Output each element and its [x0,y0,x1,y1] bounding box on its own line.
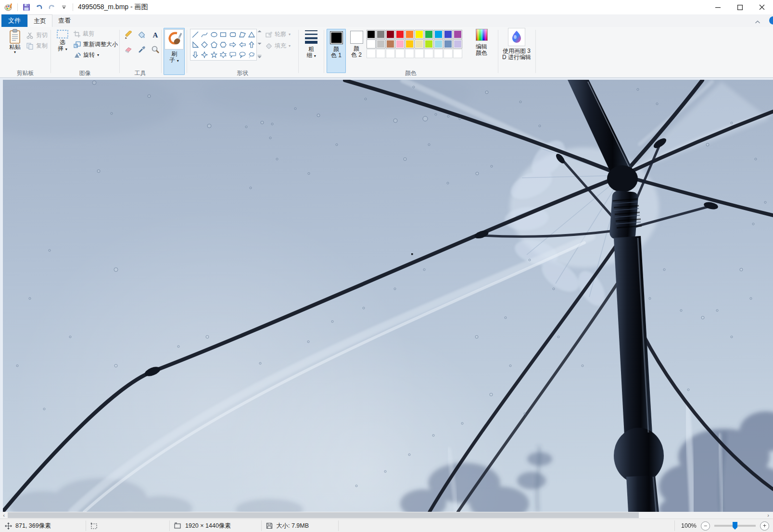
fill-icon[interactable] [138,31,146,39]
palette-swatch[interactable] [453,30,462,39]
scroll-right-icon[interactable]: › [764,512,772,519]
palette-swatch[interactable] [395,39,405,49]
rotate-button[interactable]: 旋转 ▾ [74,51,99,59]
brush-icon [165,29,184,49]
qat-dropdown-icon[interactable] [59,2,69,12]
shape-up-arrow-icon[interactable] [247,40,256,49]
pencil-icon[interactable] [124,31,133,39]
shapes-scroll-down-icon[interactable] [257,42,262,45]
shape-down-arrow-icon[interactable] [191,50,200,59]
zoom-level-value: 100% [681,522,697,529]
shape-six-point-star-icon[interactable] [219,50,228,59]
scroll-left-icon[interactable]: ‹ [0,512,8,519]
palette-swatch[interactable] [415,30,424,39]
palette-swatch-empty[interactable] [367,49,376,58]
save-icon[interactable] [22,2,31,12]
zoom-slider-thumb[interactable] [733,522,737,530]
paste-button[interactable]: 粘贴 ▾ [5,29,25,54]
shape-right-arrow-icon[interactable] [228,40,237,49]
palette-swatch-empty[interactable] [434,49,443,58]
resize-button[interactable]: 重新调整大小 [74,40,118,49]
canvas-image-umbrella-photo[interactable] [3,80,773,512]
palette-swatch[interactable] [434,39,443,49]
eyedropper-icon[interactable] [138,45,146,54]
shape-rounded-callout-icon[interactable] [228,50,237,59]
shape-line-icon[interactable] [191,30,200,39]
paint3d-button[interactable]: 使用画图 3 D 进行编辑 [500,28,533,61]
palette-swatch[interactable] [405,39,414,49]
palette-swatch[interactable] [395,30,405,39]
status-bar: 871, 369像素 1920 × 1440像素 大小: 7.9MB 100% … [0,519,773,532]
shape-curve-icon[interactable] [200,30,209,39]
palette-swatch[interactable] [367,39,376,49]
tab-file[interactable]: 文件 [1,14,27,27]
palette-swatch-empty[interactable] [386,49,395,58]
shape-right-triangle-icon[interactable] [191,40,200,49]
palette-swatch[interactable] [405,30,414,39]
palette-swatch[interactable] [367,30,376,39]
cut-button[interactable]: 剪切 [26,31,48,39]
horizontal-scrollbar-thumb[interactable] [8,512,639,518]
palette-swatch-empty[interactable] [405,49,414,58]
palette-swatch[interactable] [424,30,433,39]
shape-cloud-callout-icon[interactable] [247,50,256,59]
palette-swatch[interactable] [444,39,453,49]
magnifier-icon[interactable] [151,45,160,54]
shape-rectangle-icon[interactable] [219,30,228,39]
palette-swatch[interactable] [444,30,453,39]
select-button[interactable]: 选 择 ▾ [54,29,71,52]
shapes-more-icon[interactable] [257,55,262,59]
zoom-slider[interactable] [714,525,756,527]
palette-swatch-empty[interactable] [376,49,385,58]
crop-button[interactable]: 裁剪 [74,30,94,38]
minimize-button[interactable] [707,0,729,14]
palette-swatch[interactable] [424,39,433,49]
collapse-ribbon-icon[interactable] [755,17,760,26]
size-button[interactable]: 粗 细 ▾ [301,29,321,59]
undo-icon[interactable] [34,2,44,12]
palette-swatch[interactable] [376,39,385,49]
color1-button[interactable]: 颜 色 1 [327,29,346,73]
color-palette [367,30,462,58]
shape-diamond-icon[interactable] [200,40,209,49]
shapes-scroll-up-icon[interactable] [257,30,262,33]
shape-rounded-rectangle-icon[interactable] [228,30,237,39]
palette-swatch-empty[interactable] [453,49,462,58]
palette-swatch[interactable] [434,30,443,39]
zoom-in-button[interactable]: + [760,521,769,531]
redo-icon[interactable] [47,2,56,12]
palette-swatch[interactable] [376,30,385,39]
palette-swatch-empty[interactable] [415,49,424,58]
palette-swatch[interactable] [453,39,462,49]
tab-home[interactable]: 主页 [27,14,52,27]
palette-swatch[interactable] [415,39,424,49]
close-button[interactable] [751,0,773,14]
shape-triangle-icon[interactable] [247,30,256,39]
palette-swatch-empty[interactable] [395,49,405,58]
paint-logo-icon[interactable] [4,2,13,12]
shape-pentagon-icon[interactable] [210,40,218,49]
color2-button[interactable]: 颜 色 2 [347,29,366,72]
copy-icon [26,43,34,49]
eraser-icon[interactable] [124,45,133,54]
shape-left-arrow-icon[interactable] [238,40,247,49]
palette-swatch-empty[interactable] [424,49,433,58]
shape-five-point-star-icon[interactable] [210,50,218,59]
zoom-out-button[interactable]: − [701,521,710,531]
palette-swatch-empty[interactable] [444,49,453,58]
edit-colors-button[interactable]: 编辑 颜色 [469,29,494,56]
shape-oval-callout-icon[interactable] [238,50,247,59]
shape-outline-button[interactable]: 轮廓 ▾ [266,30,291,38]
brush-button[interactable]: 刷 子 ▾ [164,28,185,75]
shape-ellipse-icon[interactable] [210,30,218,39]
shape-fill-button[interactable]: 填充 ▾ [266,42,291,50]
tab-view[interactable]: 查看 [51,14,77,27]
shape-four-point-star-icon[interactable] [200,50,209,59]
copy-button[interactable]: 复制 [26,42,48,50]
maximize-button[interactable] [729,0,751,14]
text-icon[interactable]: A [151,31,160,39]
palette-swatch[interactable] [386,39,395,49]
palette-swatch[interactable] [386,30,395,39]
shape-polygon-icon[interactable] [238,30,247,39]
shape-hexagon-icon[interactable] [219,40,228,49]
